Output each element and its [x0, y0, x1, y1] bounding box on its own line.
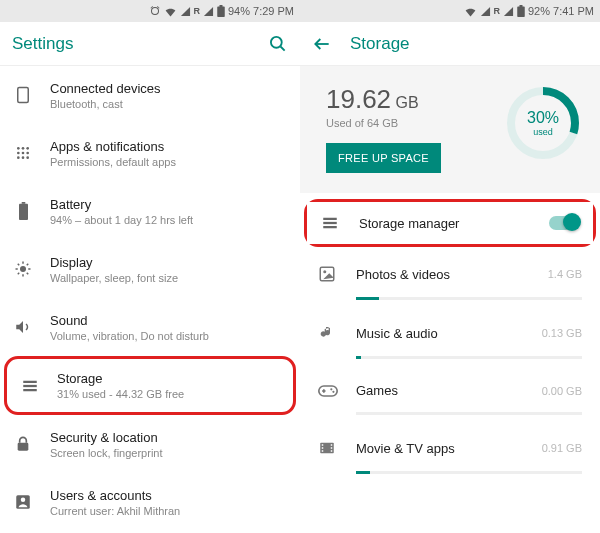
wifi-icon: [164, 5, 177, 18]
battery-pct: 92%: [528, 5, 550, 17]
svg-rect-14: [19, 204, 28, 220]
volume-icon: [14, 318, 32, 336]
settings-item-sound[interactable]: SoundVolume, vibration, Do not disturb: [0, 298, 300, 356]
svg-rect-50: [331, 450, 333, 452]
signal-icon-2: [203, 6, 214, 17]
search-icon[interactable]: [268, 34, 288, 54]
page-title: Settings: [12, 34, 250, 54]
link-icon: [14, 86, 32, 104]
svg-point-9: [26, 152, 29, 155]
item-subtitle: Permissions, default apps: [50, 156, 286, 168]
svg-rect-49: [331, 447, 333, 449]
battery-icon: [517, 5, 525, 17]
settings-item-apps-notifications[interactable]: Apps & notificationsPermissions, default…: [0, 124, 300, 182]
svg-point-8: [22, 152, 25, 155]
settings-item-battery[interactable]: Battery94% – about 1 day 12 hrs left: [0, 182, 300, 240]
movie-icon: [318, 439, 336, 457]
battery-icon: [217, 5, 225, 17]
storage-summary: 19.62 GB Used of 64 GB FREE UP SPACE 30%…: [300, 66, 600, 193]
svg-line-20: [18, 264, 20, 266]
roaming-badge: R: [494, 6, 501, 16]
storage-icon: [321, 214, 339, 232]
category-games[interactable]: Games0.00 GB: [300, 369, 600, 415]
category-value: 0.00 GB: [542, 385, 582, 397]
category-bar: [356, 356, 582, 359]
category-list: Photos & videos1.4 GBMusic & audio0.13 G…: [300, 251, 600, 484]
category-photos-videos[interactable]: Photos & videos1.4 GB: [300, 251, 600, 300]
item-subtitle: Wallpaper, sleep, font size: [50, 272, 286, 284]
item-subtitle: Current user: Akhil Mithran: [50, 505, 286, 517]
svg-rect-47: [322, 450, 324, 452]
svg-rect-2: [18, 88, 29, 103]
category-bar: [356, 297, 582, 300]
status-bar-right: R 92% 7:41 PM: [300, 0, 600, 22]
wifi-icon: [464, 5, 477, 18]
item-subtitle: 94% – about 1 day 12 hrs left: [50, 214, 286, 226]
item-title: Storage: [57, 371, 279, 386]
settings-item-connected-devices[interactable]: Connected devicesBluetooth, cast: [0, 66, 300, 124]
svg-rect-13: [21, 202, 25, 204]
status-bar-left: R 94% 7:29 PM: [0, 0, 300, 22]
clock-text: 7:41 PM: [553, 5, 594, 17]
app-bar-storage: Storage: [300, 22, 600, 66]
svg-point-7: [17, 152, 20, 155]
used-amount: 19.62 GB: [326, 84, 492, 115]
svg-point-6: [26, 147, 29, 150]
signal-icon-2: [503, 6, 514, 17]
category-title: Games: [356, 383, 522, 398]
svg-point-43: [332, 390, 334, 392]
svg-point-29: [21, 498, 26, 503]
grid-icon: [14, 145, 32, 161]
storage-manager-switch[interactable]: [549, 216, 579, 230]
category-bar: [356, 471, 582, 474]
back-icon[interactable]: [312, 34, 332, 54]
item-title: Display: [50, 255, 286, 270]
category-value: 1.4 GB: [548, 268, 582, 280]
category-bar: [356, 412, 582, 415]
svg-point-42: [330, 388, 332, 390]
person-icon: [14, 493, 32, 511]
item-subtitle: 31% used - 44.32 GB free: [57, 388, 279, 400]
category-music-audio[interactable]: Music & audio0.13 GB: [300, 310, 600, 359]
battery-pct: 94%: [228, 5, 250, 17]
item-title: Battery: [50, 197, 286, 212]
free-up-space-button[interactable]: FREE UP SPACE: [326, 143, 441, 173]
storage-manager-row[interactable]: Storage manager: [307, 202, 593, 244]
item-title: Security & location: [50, 430, 286, 445]
category-movie-tv-apps[interactable]: Movie & TV apps0.91 GB: [300, 425, 600, 474]
settings-item-users-accounts[interactable]: Users & accountsCurrent user: Akhil Mith…: [0, 473, 300, 531]
photo-icon: [318, 265, 336, 283]
svg-rect-36: [323, 226, 337, 228]
lock-icon: [14, 435, 32, 453]
svg-point-12: [26, 156, 29, 159]
svg-rect-26: [23, 389, 37, 391]
storage-manager-row-highlight: Storage manager: [304, 199, 596, 247]
category-title: Movie & TV apps: [356, 441, 522, 456]
svg-rect-37: [320, 267, 334, 281]
settings-screen: R 94% 7:29 PM Settings Connected devices…: [0, 0, 300, 533]
svg-rect-35: [323, 222, 337, 224]
svg-rect-34: [323, 218, 337, 220]
svg-point-0: [271, 36, 282, 47]
svg-rect-27: [18, 443, 29, 451]
games-icon: [318, 384, 336, 398]
settings-item-security-location[interactable]: Security & locationScreen lock, fingerpr…: [0, 415, 300, 473]
svg-line-1: [281, 46, 285, 50]
used-of-text: Used of 64 GB: [326, 117, 492, 129]
svg-rect-46: [322, 447, 324, 449]
category-value: 0.13 GB: [542, 327, 582, 339]
item-title: Connected devices: [50, 81, 286, 96]
svg-point-38: [323, 270, 326, 273]
item-title: Apps & notifications: [50, 139, 286, 154]
signal-icon: [480, 6, 491, 17]
settings-item-display[interactable]: DisplayWallpaper, sleep, font size: [0, 240, 300, 298]
svg-point-15: [20, 266, 26, 272]
page-title: Storage: [350, 34, 588, 54]
app-bar-settings: Settings: [0, 22, 300, 66]
svg-rect-48: [331, 444, 333, 446]
item-subtitle: Volume, vibration, Do not disturb: [50, 330, 286, 342]
category-value: 0.91 GB: [542, 442, 582, 454]
svg-rect-25: [23, 384, 37, 386]
settings-item-storage[interactable]: Storage31% used - 44.32 GB free: [4, 356, 296, 415]
item-title: Sound: [50, 313, 286, 328]
